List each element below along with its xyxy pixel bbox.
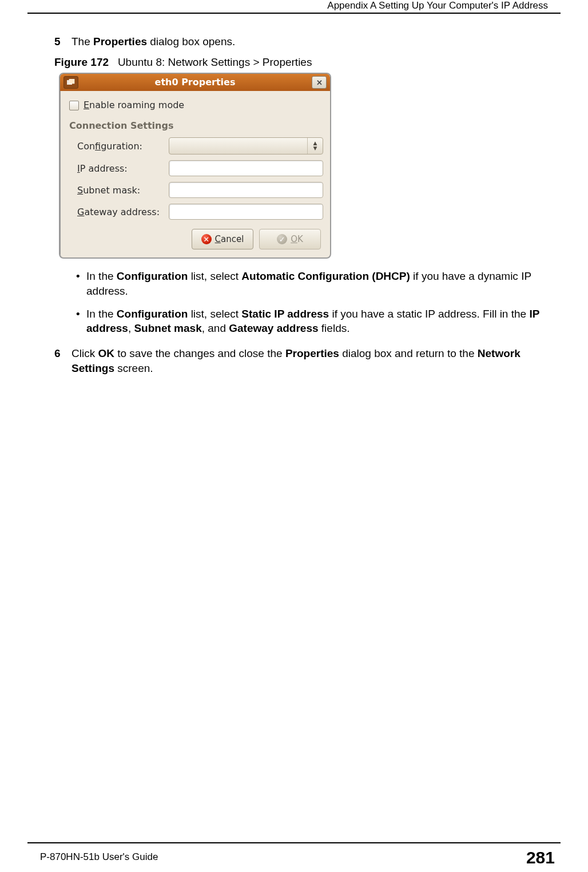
text: list, select <box>188 308 241 320</box>
bullet-list: • In the Configuration list, select Auto… <box>76 269 545 336</box>
step-5: 5 The Properties dialog box opens. <box>54 34 545 49</box>
roaming-label: Enable roaming mode <box>84 99 184 112</box>
text: ancel <box>221 234 244 244</box>
cancel-icon: ✕ <box>201 234 212 244</box>
close-icon: ✕ <box>316 78 323 88</box>
text-bold: Properties <box>285 347 339 359</box>
text: screen. <box>114 362 153 374</box>
text: K <box>297 234 303 244</box>
bullet-dot: • <box>76 307 86 336</box>
figure-caption: Figure 172 Ubuntu 8: Network Settings > … <box>54 55 545 70</box>
dialog-body: Enable roaming mode Connection Settings … <box>60 91 330 257</box>
text: iguration: <box>101 141 142 152</box>
text: , <box>128 322 134 334</box>
text-bold: Properties <box>93 35 147 47</box>
ip-address-label: IP address: <box>77 162 169 175</box>
text: Con <box>77 141 95 152</box>
footer-guide-name: P-870HN-51b User's Guide <box>40 851 158 863</box>
step-6-number: 6 <box>54 346 71 375</box>
running-header: Appendix A Setting Up Your Computer's IP… <box>327 0 548 11</box>
text-bold: Configuration <box>117 270 188 282</box>
mnemonic: O <box>291 234 297 244</box>
cancel-button[interactable]: ✕ Cancel <box>192 229 253 249</box>
mnemonic: E <box>84 100 89 110</box>
text: if you have a static IP address. Fill in… <box>329 308 529 320</box>
text: to save the changes and close the <box>114 347 285 359</box>
dialog-button-row: ✕ Cancel ✓ OK <box>67 229 321 249</box>
text: The <box>71 35 93 47</box>
combobox-arrows-icon: ▲▼ <box>307 138 323 154</box>
text-bold: Subnet mask <box>134 322 201 334</box>
bullet-text: In the Configuration list, select Automa… <box>86 269 545 298</box>
window-menu-icon[interactable] <box>63 76 78 89</box>
mnemonic: C <box>215 234 221 244</box>
page-number: 281 <box>526 848 555 867</box>
text: fields. <box>319 322 350 334</box>
roaming-checkbox-row[interactable]: Enable roaming mode <box>69 99 323 112</box>
gateway-address-input[interactable] <box>169 204 323 220</box>
bullet-item-2: • In the Configuration list, select Stat… <box>76 307 545 336</box>
step-5-text: The Properties dialog box opens. <box>71 34 545 49</box>
subnet-mask-label: Subnet mask: <box>77 184 169 197</box>
text: Click <box>71 347 98 359</box>
configuration-row: Configuration: ▲▼ <box>77 137 323 154</box>
text: dialog box opens. <box>147 35 235 47</box>
subnet-mask-row: Subnet mask: <box>77 182 323 198</box>
dialog-titlebar: eth0 Properties ✕ <box>60 74 330 91</box>
mnemonic: f <box>95 141 101 152</box>
ok-icon: ✓ <box>277 234 287 244</box>
text: nable roaming mode <box>89 100 184 110</box>
dialog-screenshot: eth0 Properties ✕ Enable roaming mode Co… <box>59 73 331 259</box>
gateway-address-row: Gateway address: <box>77 204 323 220</box>
step-5-number: 5 <box>54 34 71 49</box>
gateway-address-label: Gateway address: <box>77 206 169 219</box>
text: ateway address: <box>84 207 160 217</box>
checkbox-icon[interactable] <box>69 101 79 110</box>
text-bold: Automatic Configuration (DHCP) <box>241 270 410 282</box>
text: In the <box>86 308 117 320</box>
configuration-label: Configuration: <box>77 140 169 153</box>
ip-address-input[interactable] <box>169 160 323 176</box>
text: dialog box and return to the <box>339 347 478 359</box>
section-heading: Connection Settings <box>69 120 323 132</box>
text-bold: OK <box>98 347 114 359</box>
text: , and <box>202 322 229 334</box>
ok-label: OK <box>291 233 303 245</box>
text: ubnet mask: <box>83 185 140 196</box>
cancel-label: Cancel <box>215 233 244 245</box>
text: list, select <box>188 270 241 282</box>
mnemonic: S <box>77 185 83 196</box>
top-horizontal-rule <box>27 13 561 14</box>
figure-title: Ubuntu 8: Network Settings > Properties <box>118 56 312 68</box>
bullet-dot: • <box>76 269 86 298</box>
mnemonic: G <box>77 207 84 217</box>
configuration-combobox[interactable]: ▲▼ <box>169 137 323 154</box>
text: P address: <box>80 163 128 174</box>
ip-address-row: IP address: <box>77 160 323 176</box>
text: In the <box>86 270 117 282</box>
text-bold: Configuration <box>117 308 188 320</box>
svg-rect-1 <box>69 79 74 84</box>
text-bold: Static IP address <box>241 308 329 320</box>
ok-button[interactable]: ✓ OK <box>259 229 321 249</box>
figure-number: Figure 172 <box>54 56 109 68</box>
bullet-text: In the Configuration list, select Static… <box>86 307 545 336</box>
text-bold: Gateway address <box>229 322 318 334</box>
step-6: 6 Click OK to save the changes and close… <box>54 346 545 375</box>
close-button[interactable]: ✕ <box>312 76 327 89</box>
dialog-title: eth0 Properties <box>78 76 312 89</box>
bottom-horizontal-rule <box>27 842 561 843</box>
bullet-item-1: • In the Configuration list, select Auto… <box>76 269 545 298</box>
subnet-mask-input[interactable] <box>169 182 323 198</box>
step-6-text: Click OK to save the changes and close t… <box>71 346 545 375</box>
